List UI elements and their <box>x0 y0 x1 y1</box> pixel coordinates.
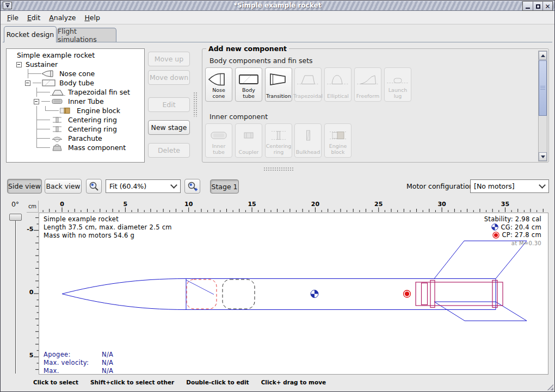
rotation-slider-track[interactable] <box>15 218 16 374</box>
fin-trapezoid-icon <box>50 88 66 97</box>
cp-icon <box>492 232 499 239</box>
close-button[interactable]: ✕ <box>542 2 552 10</box>
section-label-inner-component: Inner component <box>209 113 268 121</box>
tree-item-body-tube[interactable]: Body tube <box>7 78 144 88</box>
resize-grip-icon[interactable] <box>546 383 553 390</box>
window-title: *Simple example rocket <box>1 1 554 10</box>
svg-text:25: 25 <box>374 201 383 208</box>
zoom-out-button[interactable] <box>86 179 102 194</box>
maximize-icon <box>536 4 540 9</box>
tab-flight-simulations[interactable]: Flight simulations <box>57 28 116 42</box>
ruler-unit-label: cm <box>27 201 39 213</box>
add-body-tube-button[interactable]: Body tube <box>235 67 262 102</box>
add-transition-button[interactable]: Transition <box>265 67 292 102</box>
component-button-label: Body tube <box>236 88 262 101</box>
minimize-icon <box>526 8 530 9</box>
flight-value: N/A <box>102 367 113 375</box>
body-tube-icon <box>41 79 58 88</box>
component-button-label: Centering ring <box>266 144 292 157</box>
chevron-down-icon <box>170 182 177 189</box>
magnifier-plus-icon <box>187 181 199 192</box>
zoom-level-combobox[interactable]: Fit (60.4%) <box>106 179 181 193</box>
add-elliptical-button: Elliptical <box>324 67 351 102</box>
nose-cone-outline <box>62 279 214 310</box>
scroll-up-button[interactable] <box>539 51 547 60</box>
tree-item-label: Centering ring <box>66 116 117 124</box>
tree-item-trapezoidal-fin-set[interactable]: Trapezoidal fin set <box>7 88 144 97</box>
menu-item-file[interactable]: File <box>3 12 23 23</box>
rocket-canvas[interactable]: Simple example rocketLength 37.5 cm, max… <box>39 213 548 375</box>
component-button-label: Transition <box>266 94 291 101</box>
add-trapezoidal-button: Trapezoidal <box>294 67 322 102</box>
body-tube-outline <box>186 279 496 310</box>
centering-ring-icon <box>267 127 290 144</box>
tree-item-simple-example-rocket[interactable]: Simple example rocket <box>7 51 144 60</box>
flight-label: Max. velocity: <box>44 359 102 367</box>
flight-value: N/A <box>102 359 113 367</box>
svg-text:5: 5 <box>124 201 128 208</box>
launch-lug-icon <box>386 71 409 88</box>
engine-block-icon <box>326 127 349 144</box>
stability-info: Stability: 2.98 cal CG: 20.4 cm CP: 27.8… <box>484 215 541 247</box>
tree-item-parachute[interactable]: Parachute <box>7 134 144 143</box>
add-engine-block-button: Engine block <box>324 123 351 158</box>
system-menu-button[interactable] <box>3 2 12 9</box>
tree-item-mass-component[interactable]: Mass component <box>7 143 144 152</box>
rocket-info: Simple example rocketLength 37.5 cm, max… <box>44 215 172 240</box>
back-view-button[interactable]: Back view <box>45 179 82 194</box>
minimize-button[interactable] <box>523 2 533 10</box>
zoom-in-button[interactable] <box>184 179 200 194</box>
move-up-button: Move up <box>148 52 190 66</box>
engine-block-icon <box>59 107 75 115</box>
title-bar[interactable]: *Simple example rocket ✕ <box>1 1 554 11</box>
cp-marker <box>404 290 411 297</box>
add-freeform-button: Freeform <box>354 67 381 102</box>
menu-item-analyze[interactable]: Analyze <box>45 12 80 23</box>
add-nose-cone-button[interactable]: Nose cone <box>205 67 232 102</box>
window-controls: ✕ <box>522 1 553 11</box>
svg-text:10: 10 <box>184 201 193 208</box>
cp-value: CP: 27.8 cm <box>502 231 541 239</box>
tree-item-centering-ring[interactable]: Centering ring <box>7 125 144 134</box>
tab-rocket-design[interactable]: Rocket design <box>4 26 57 42</box>
vertical-split-grip[interactable] <box>193 92 198 117</box>
status-hints: Click to selectShift+click to select oth… <box>33 379 326 385</box>
nose-cone-icon <box>41 70 58 78</box>
menu-item-help[interactable]: Help <box>80 12 104 23</box>
rotation-slider-thumb[interactable] <box>9 214 22 221</box>
tree-item-label: Inner Tube <box>66 97 104 105</box>
scrollbar-thumb[interactable] <box>539 60 547 116</box>
vertical-ruler: -505 <box>27 213 39 375</box>
motor-configuration-combobox[interactable]: [No motors] <box>470 179 549 193</box>
tree-item-nose-cone[interactable]: Nose cone <box>7 69 144 78</box>
arrow-up-icon <box>541 54 545 57</box>
tree-item-label: Trapezoidal fin set <box>66 88 130 96</box>
tree-item-inner-tube[interactable]: Inner Tube <box>7 97 144 106</box>
tree-item-label: Sustainer <box>24 60 58 69</box>
tree-item-label: Engine block <box>75 107 120 115</box>
rocket-info-line: Mass with no motors 54.6 g <box>44 232 172 240</box>
component-tree[interactable]: Simple example rocketSustainerNose coneB… <box>6 48 145 163</box>
scroll-down-button[interactable] <box>539 152 547 161</box>
horizontal-split-grip[interactable] <box>263 167 293 172</box>
maximize-button[interactable] <box>533 2 542 10</box>
svg-text:20: 20 <box>311 201 320 208</box>
tree-item-engine-block[interactable]: Engine block <box>7 106 144 115</box>
component-button-label: Launch lug <box>385 88 411 101</box>
svg-text:-5: -5 <box>27 226 33 233</box>
side-view-button[interactable]: Side view <box>7 179 42 194</box>
stage-1-toggle[interactable]: Stage 1 <box>210 179 239 194</box>
tree-item-sustainer[interactable]: Sustainer <box>7 60 144 69</box>
fin-trapezoid-icon <box>297 71 319 88</box>
component-panel-scrollbar[interactable] <box>538 51 547 161</box>
motor-configuration-value: [No motors] <box>474 182 515 190</box>
menu-bar: FileEditAnalyzeHelp <box>1 11 554 24</box>
cg-icon <box>491 223 498 231</box>
menu-item-edit[interactable]: Edit <box>23 12 45 23</box>
add-centering-ring-button: Centering ring <box>265 123 292 158</box>
tree-item-centering-ring[interactable]: Centering ring <box>7 115 144 125</box>
new-stage-button[interactable]: New stage <box>148 120 190 135</box>
flight-label: Apogee: <box>44 351 102 359</box>
add-launch-lug-button: Launch lug <box>384 67 411 102</box>
flight-row: Max. acceleration:N/A <box>44 367 113 375</box>
